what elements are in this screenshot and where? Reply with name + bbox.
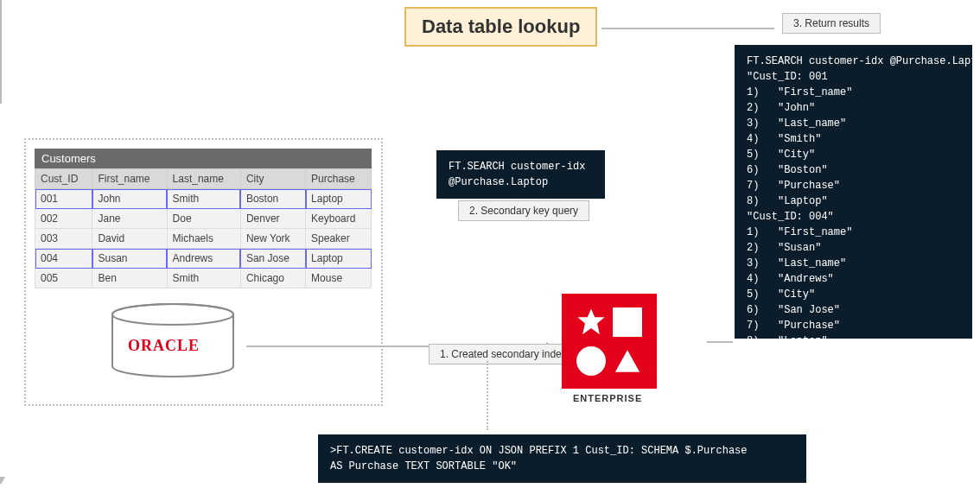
- table-cell: Ben: [92, 269, 167, 288]
- customers-table: Customers Cust_ID First_name Last_name C…: [35, 149, 372, 288]
- table-cell: John: [92, 189, 167, 209]
- results-code: FT.SEARCH customer-idx @Purchase.Laptop …: [735, 45, 972, 339]
- col-header: Last_name: [167, 169, 240, 189]
- table-cell: 005: [35, 269, 92, 288]
- table-cell: 001: [35, 189, 92, 209]
- table-cell: 004: [35, 249, 92, 269]
- table-cell: 003: [35, 229, 92, 249]
- table-cell: Michaels: [167, 229, 240, 249]
- oracle-logo: ORACLE: [128, 337, 200, 355]
- star-icon: [576, 307, 606, 337]
- table-cell: New York: [240, 229, 305, 249]
- col-header: Purchase: [306, 169, 372, 189]
- step-3-label: 3. Return results: [782, 13, 881, 34]
- enterprise-node-icon: [562, 294, 657, 389]
- connector-line: [707, 341, 733, 343]
- table-cell: Denver: [240, 209, 305, 229]
- table-cell: Doe: [167, 209, 240, 229]
- col-header: City: [240, 169, 305, 189]
- table-cell: Boston: [240, 189, 305, 209]
- step-2-label: 2. Secondary key query: [458, 200, 589, 221]
- table-cell: Chicago: [240, 269, 305, 288]
- table-cell: Laptop: [306, 249, 372, 269]
- table-row: 004SusanAndrewsSan JoseLaptop: [35, 249, 372, 269]
- table-cell: Keyboard: [306, 209, 372, 229]
- table-caption: Customers: [35, 149, 372, 168]
- svg-marker-3: [615, 350, 640, 372]
- dotted-connector: [487, 361, 488, 430]
- table-row: 005BenSmithChicagoMouse: [35, 269, 372, 288]
- connector-line: [601, 28, 774, 29]
- search-query-code: FT.SEARCH customer-idx @Purchase.Laptop: [436, 150, 605, 199]
- table-cell: 002: [35, 209, 92, 229]
- table-cell: San Jose: [240, 249, 305, 269]
- step-1-label: 1. Created secondary index: [429, 344, 578, 364]
- table-cell: David: [92, 229, 167, 249]
- table-row: 001JohnSmithBostonLaptop: [35, 189, 372, 209]
- circle-icon: [576, 346, 606, 376]
- table-cell: Smith: [167, 269, 240, 288]
- table-cell: Jane: [92, 209, 167, 229]
- square-icon: [613, 307, 642, 337]
- triangle-icon: [613, 346, 642, 376]
- arrow-query-down: [0, 0, 2, 104]
- table-row: 002JaneDoeDenverKeyboard: [35, 209, 372, 229]
- diagram-title: Data table lookup: [404, 7, 597, 47]
- table-cell: Laptop: [306, 189, 372, 209]
- table-row: 003DavidMichaelsNew YorkSpeaker: [35, 229, 372, 249]
- create-index-code: >FT.CREATE customer-idx ON JSON PREFIX 1…: [318, 434, 806, 483]
- table-cell: Speaker: [306, 229, 372, 249]
- col-header: Cust_ID: [35, 169, 92, 189]
- table-cell: Mouse: [306, 269, 372, 288]
- table-cell: Smith: [167, 189, 240, 209]
- table-cell: Andrews: [167, 249, 240, 269]
- col-header: First_name: [92, 169, 167, 189]
- svg-marker-2: [577, 308, 604, 334]
- table-cell: Susan: [92, 249, 167, 269]
- enterprise-label: ENTERPRISE: [573, 393, 642, 403]
